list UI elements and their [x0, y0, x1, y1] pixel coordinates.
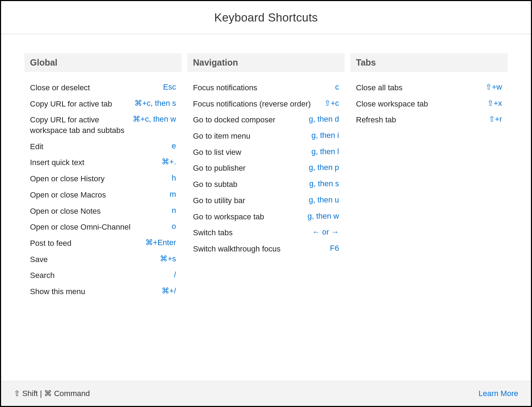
shortcut-row: Close or deselectEsc [24, 80, 182, 96]
shortcut-label: Go to docked composer [193, 115, 304, 125]
shortcut-key: ⌘+s [160, 254, 176, 263]
column-heading-tabs: Tabs [350, 53, 508, 72]
modal-title: Keyboard Shortcuts [1, 11, 531, 24]
shortcut-row: Close workspace tab⇧+x [350, 96, 508, 112]
shortcut-key: m [170, 190, 176, 199]
shortcut-row: Close all tabs⇧+w [350, 80, 508, 96]
shortcut-label: Refresh tab [356, 115, 484, 125]
column-tabs: Tabs Close all tabs⇧+w Close workspace t… [347, 53, 510, 300]
shortcut-label: Edit [30, 141, 167, 152]
shortcut-row: Open or close Macrosm [24, 187, 182, 203]
shortcut-row: Edite [24, 139, 182, 155]
shortcut-label: Insert quick text [30, 157, 157, 168]
shortcut-key: g, then l [312, 147, 339, 156]
modal-header: Keyboard Shortcuts [1, 1, 531, 34]
shortcut-row: Refresh tab⇧+r [350, 112, 508, 128]
shortcut-key: n [172, 206, 176, 215]
key-legend: ⇧ Shift | ⌘ Command [14, 389, 90, 398]
shortcut-key: g, then u [309, 195, 339, 205]
shortcut-row: Focus notifications (reverse order)⇧+c [187, 96, 345, 112]
shortcut-key: ⇧+x [487, 99, 502, 108]
shortcut-row: Copy URL for active workspace tab and su… [24, 112, 182, 138]
shortcut-row: Go to workspace tabg, then w [187, 209, 345, 225]
shortcut-label: Switch walkthrough focus [193, 244, 325, 254]
shortcut-row: Open or close Omni-Channelo [24, 219, 182, 235]
shortcut-label: Search [30, 270, 169, 281]
shortcut-row: Post to feed⌘+Enter [24, 235, 182, 251]
shortcut-key: g, then p [309, 163, 339, 172]
modal-footer: ⇧ Shift | ⌘ Command Learn More [1, 381, 531, 406]
shortcut-key: / [174, 270, 176, 279]
shortcut-row: Go to list viewg, then l [187, 144, 345, 160]
shortcut-label: Close all tabs [356, 83, 480, 93]
shortcut-label: Go to list view [193, 147, 307, 158]
shortcut-key: ⇧+r [489, 115, 502, 124]
shortcut-key: ⌘+Enter [145, 238, 176, 247]
shortcut-row: Insert quick text⌘+. [24, 154, 182, 171]
shortcut-row: Switch tabs← or → [187, 225, 345, 241]
shortcut-row: Focus notificationsc [187, 80, 345, 96]
shortcut-label: Go to utility bar [193, 195, 304, 206]
shortcut-key: c [335, 83, 339, 92]
shortcut-key: g, then i [312, 131, 339, 140]
shortcuts-content: Global Close or deselectEsc Copy URL for… [1, 34, 531, 300]
shortcut-key: ⌘+c, then s [134, 99, 176, 108]
learn-more-link[interactable]: Learn More [478, 389, 518, 398]
shortcut-label: Open or close Omni-Channel [30, 222, 167, 232]
shortcut-key: ⇧+c [324, 99, 339, 108]
column-global: Global Close or deselectEsc Copy URL for… [22, 53, 185, 300]
shortcut-row: Go to item menug, then i [187, 128, 345, 144]
column-navigation: Navigation Focus notificationsc Focus no… [185, 53, 347, 300]
shortcut-key: ⇧+w [485, 83, 502, 92]
shortcut-label: Show this menu [30, 286, 157, 297]
shortcut-label: Copy URL for active tab [30, 99, 129, 109]
shortcut-row: Open or close Historyh [24, 171, 182, 187]
shortcut-key: ⌘+. [162, 157, 176, 166]
shortcut-key: o [172, 222, 176, 231]
shortcut-label: Close workspace tab [356, 99, 482, 109]
shortcut-label: Post to feed [30, 238, 140, 249]
shortcut-row: Save⌘+s [24, 251, 182, 268]
shortcut-key: ← or → [312, 227, 339, 237]
shortcut-row: Go to subtabg, then s [187, 176, 345, 193]
shortcut-key: F6 [330, 244, 339, 253]
shortcut-key: e [172, 141, 176, 151]
shortcut-key: ⌘+/ [162, 286, 176, 296]
shortcut-label: Close or deselect [30, 83, 158, 93]
shortcut-row: Go to docked composerg, then d [187, 112, 345, 128]
shortcut-label: Go to workspace tab [193, 212, 303, 222]
shortcut-key: h [172, 174, 176, 183]
shortcut-label: Copy URL for active workspace tab and su… [30, 115, 128, 135]
shortcut-label: Focus notifications [193, 83, 330, 93]
shortcut-label: Open or close Notes [30, 206, 167, 217]
shortcut-label: Focus notifications (reverse order) [193, 99, 319, 109]
shortcut-label: Go to item menu [193, 131, 307, 141]
shortcut-key: ⌘+c, then w [133, 115, 176, 124]
column-heading-navigation: Navigation [187, 53, 345, 72]
shortcut-key: g, then s [309, 179, 339, 188]
shortcut-label: Switch tabs [193, 227, 307, 238]
shortcut-key: g, then d [309, 115, 339, 124]
shortcut-key: Esc [163, 83, 176, 92]
shortcut-label: Open or close History [30, 174, 167, 184]
shortcut-row: Show this menu⌘+/ [24, 284, 182, 300]
shortcut-row: Copy URL for active tab⌘+c, then s [24, 96, 182, 112]
shortcut-label: Open or close Macros [30, 190, 165, 200]
shortcut-key: g, then w [308, 212, 339, 221]
shortcut-label: Go to publisher [193, 163, 304, 174]
shortcut-row: Search/ [24, 267, 182, 284]
shortcut-row: Go to utility barg, then u [187, 193, 345, 209]
shortcut-label: Go to subtab [193, 179, 304, 190]
shortcut-row: Open or close Notesn [24, 203, 182, 219]
column-heading-global: Global [24, 53, 182, 72]
shortcut-row: Go to publisherg, then p [187, 160, 345, 176]
shortcut-row: Switch walkthrough focusF6 [187, 241, 345, 257]
shortcut-label: Save [30, 254, 155, 265]
